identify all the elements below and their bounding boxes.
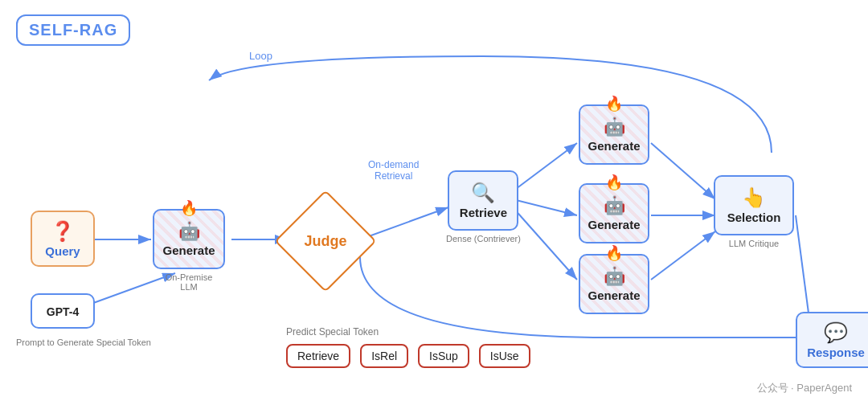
flame-top: 🔥 [605, 95, 623, 112]
title-text: SELF-RAG [29, 21, 117, 39]
response-box: 💬 Response [796, 312, 868, 368]
judge-node: Judge [289, 205, 362, 277]
token-issup: IsSup [418, 344, 469, 368]
token-boxes: Retrieve IsRel IsSup IsUse [286, 344, 530, 368]
generate-main-box: 🔥 🤖 Generate [153, 209, 225, 269]
gpt4-node: GPT-4 [31, 293, 95, 329]
retrieve-icon: 🔍 [471, 182, 495, 204]
svg-line-6 [513, 143, 577, 191]
query-icon: ❓ [51, 220, 75, 243]
query-node: ❓ Query [31, 211, 95, 267]
on-demand-label: On-demandRetrieval [368, 159, 419, 182]
svg-line-7 [513, 199, 577, 215]
generate-bot-box: 🔥 🤖 Generate [579, 254, 649, 314]
llmcritique-label: LLM Critique [729, 239, 779, 248]
token-isrel: IsRel [360, 344, 408, 368]
loop-label: Loop [249, 50, 272, 62]
watermark: 公众号 · PaperAgent [757, 381, 853, 395]
response-label: Response [807, 346, 865, 359]
judge-label: Judge [304, 233, 346, 250]
generate-mid-node: 🔥 🤖 Generate [579, 183, 649, 243]
svg-line-5 [360, 207, 448, 239]
prompt-label: Prompt to Generate Special Token [16, 338, 151, 347]
generate-mid-box: 🔥 🤖 Generate [579, 183, 649, 243]
gpt4-box: GPT-4 [31, 293, 95, 329]
title-box: SELF-RAG [16, 14, 130, 46]
gpt4-label: GPT-4 [47, 305, 79, 318]
retrieve-node: 🔍 Retrieve Dense (Contriever) [446, 170, 521, 243]
generate-bot-label: Generate [588, 288, 640, 302]
svg-line-9 [651, 143, 715, 199]
retrieve-box: 🔍 Retrieve [448, 170, 518, 231]
generate-main-label: Generate [162, 243, 215, 257]
diagram-container: SELF-RAG [0, 0, 868, 405]
response-icon: 💬 [824, 321, 848, 344]
predict-label: Predict Special Token [286, 326, 379, 338]
onpremise-label: On-PremiseLLM [166, 272, 213, 292]
token-retrieve: Retrieve [286, 344, 350, 368]
flame-bot: 🔥 [605, 244, 623, 262]
robot-top: 🤖 [604, 117, 625, 137]
query-box: ❓ Query [31, 211, 95, 267]
selection-label: Selection [727, 211, 781, 224]
generate-mid-label: Generate [588, 218, 640, 231]
query-label: Query [45, 244, 80, 258]
generate-top-label: Generate [588, 139, 640, 153]
flame-main: 🔥 [180, 199, 198, 217]
robot-bot: 🤖 [604, 266, 625, 287]
svg-line-11 [651, 231, 715, 280]
generate-bot-node: 🔥 🤖 Generate [579, 254, 649, 314]
selection-node: 👆 Selection LLM Critique [714, 175, 794, 248]
generate-main-node: 🔥 🤖 Generate On-PremiseLLM [153, 209, 225, 292]
dense-label: Dense (Contriever) [446, 234, 521, 243]
token-isuse: IsUse [479, 344, 530, 368]
robot-main: 🤖 [178, 221, 200, 242]
selection-icon: 👆 [742, 186, 766, 209]
response-node: 💬 Response [796, 312, 868, 368]
selection-box: 👆 Selection [714, 175, 794, 235]
robot-mid: 🤖 [604, 195, 625, 216]
svg-line-8 [513, 207, 577, 280]
flame-mid: 🔥 [605, 174, 623, 191]
generate-top-node: 🔥 🤖 Generate [579, 104, 649, 165]
retrieve-label: Retrieve [460, 206, 507, 219]
generate-top-box: 🔥 🤖 Generate [579, 104, 649, 165]
